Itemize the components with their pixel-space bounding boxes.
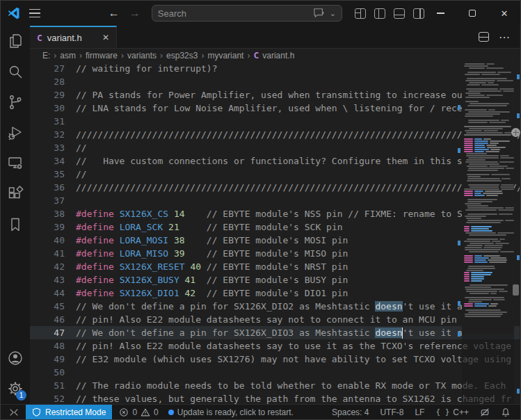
window-resize-handle[interactable]	[511, 128, 520, 137]
line-number[interactable]: 51	[30, 379, 65, 392]
code-line[interactable]: 35//	[30, 168, 520, 181]
line-number[interactable]: 29	[30, 88, 65, 102]
code-line[interactable]: 27// waiting for interrupt)?	[30, 62, 520, 75]
line-number[interactable]: 30	[30, 102, 65, 115]
line-number[interactable]: 33	[30, 141, 65, 154]
code-line[interactable]: 39#define LORA_SCK 21 // EBYTE module's …	[30, 220, 520, 234]
code-line[interactable]: 49// E32 module (which uses SX1276) may …	[30, 353, 520, 366]
code-line[interactable]: 29// PA stands for Power Amplifier, used…	[30, 88, 520, 102]
toggle-secondary-sidebar-icon[interactable]	[413, 8, 424, 19]
close-button[interactable]: ✕	[488, 1, 520, 26]
code-line[interactable]: 45// We don't define a pin for SX126X_DI…	[30, 300, 520, 313]
explorer-icon[interactable]	[1, 26, 30, 56]
minimap[interactable]	[462, 62, 514, 334]
code-line[interactable]: 46// pin! Also E22 module datasheets say…	[30, 313, 520, 326]
code-line[interactable]: 37	[30, 194, 520, 207]
run-debug-icon[interactable]	[1, 118, 30, 148]
remote-explorer-icon[interactable]	[1, 148, 30, 179]
code-line-current[interactable]: 47// We don't define a pin for SX126X_DI…	[30, 326, 520, 339]
eol-status[interactable]: LF	[412, 405, 427, 420]
breadcrumb-item[interactable]: asm	[60, 51, 76, 60]
breadcrumb-item[interactable]: E:	[42, 51, 50, 60]
code-line[interactable]: 44#define SX126X_DIO1 42 // EBYTE module…	[30, 286, 520, 300]
code-line[interactable]: 34// Have custom connections or function…	[30, 154, 520, 168]
copilot-disabled-icon[interactable]	[477, 405, 492, 420]
line-number[interactable]: 32	[30, 128, 65, 141]
extensions-icon[interactable]	[1, 179, 30, 209]
code-line[interactable]: 51// The radio module needs to be told w…	[30, 379, 520, 392]
code-line[interactable]: 43#define SX126X_BUSY 41 // EBYTE module…	[30, 273, 520, 286]
line-number[interactable]: 45	[30, 300, 65, 313]
line-number[interactable]: 48	[30, 339, 65, 353]
line-number[interactable]: 49	[30, 353, 65, 366]
more-actions-icon[interactable]: ⋯	[499, 31, 510, 44]
update-notification[interactable]: Update is ready, click to restart.	[166, 405, 296, 420]
toggle-panel-icon[interactable]	[394, 8, 405, 19]
code-line[interactable]: 52// these values, but generally the pat…	[30, 392, 520, 404]
maximize-button[interactable]	[456, 1, 488, 26]
indentation-status[interactable]: Spaces: 4	[329, 405, 371, 420]
code-line[interactable]: 40#define LORA_MOSI 38 // EBYTE module's…	[30, 234, 520, 247]
line-number[interactable]: 44	[30, 286, 65, 300]
line-number[interactable]: 47	[30, 326, 65, 339]
tab-close-icon[interactable]: ✕	[102, 33, 109, 42]
back-arrow-icon[interactable]: ←	[109, 7, 120, 19]
account-icon[interactable]	[1, 343, 30, 373]
line-number[interactable]: 31	[30, 115, 65, 128]
breadcrumb-item[interactable]: myvariant	[207, 51, 243, 60]
line-number[interactable]: 38	[30, 207, 65, 220]
menu-hamburger-icon[interactable]	[29, 9, 40, 17]
line-number[interactable]: 50	[30, 366, 65, 379]
minimize-button[interactable]	[424, 1, 456, 26]
bookmarks-icon[interactable]	[1, 209, 30, 240]
code-line[interactable]: 33//	[30, 141, 520, 154]
command-center-search[interactable]: Search ⌄	[152, 5, 342, 22]
customize-layout-icon[interactable]	[355, 8, 366, 19]
notifications-bell-icon[interactable]	[498, 405, 513, 420]
code-line[interactable]: 32//////////////////////////////////////…	[30, 128, 520, 141]
breadcrumb-item[interactable]: esp32s3	[166, 51, 198, 60]
line-number[interactable]: 46	[30, 313, 65, 326]
line-number[interactable]: 40	[30, 234, 65, 247]
line-number[interactable]: 35	[30, 168, 65, 181]
split-editor-icon[interactable]	[479, 32, 489, 42]
remote-indicator-icon[interactable]	[6, 405, 22, 420]
code-line[interactable]: 31	[30, 115, 520, 128]
code-line[interactable]: 30// LNA stands for Low Noise Amplifier,…	[30, 102, 520, 115]
code-editor[interactable]: 27// waiting for interrupt)?2829// PA st…	[30, 62, 520, 404]
breadcrumb-item[interactable]: variants	[127, 51, 157, 60]
restricted-mode-badge[interactable]: Restricted Mode	[26, 405, 112, 420]
scrollbar-thumb[interactable]	[513, 284, 519, 296]
line-number[interactable]: 43	[30, 273, 65, 286]
chat-icon[interactable]	[313, 8, 326, 19]
line-number[interactable]: 39	[30, 220, 65, 234]
toggle-primary-sidebar-icon[interactable]	[374, 8, 385, 19]
line-number[interactable]: 41	[30, 247, 65, 260]
breadcrumb-item[interactable]: firmware	[86, 51, 118, 60]
source-control-icon[interactable]	[1, 87, 30, 118]
line-number[interactable]: 37	[30, 194, 65, 207]
breadcrumb-item[interactable]: variant.h	[262, 51, 294, 60]
line-number[interactable]: 42	[30, 260, 65, 273]
minimap-line	[462, 213, 514, 215]
line-number[interactable]: 27	[30, 62, 65, 75]
problems-indicator[interactable]: 0 0	[116, 405, 161, 420]
code-line[interactable]: 38#define SX126X_CS 14 // EBYTE module's…	[30, 207, 520, 220]
code-line[interactable]: 42#define SX126X_RESET 40 // EBYTE modul…	[30, 260, 520, 273]
language-status[interactable]: { } C++	[433, 405, 472, 420]
line-number[interactable]: 36	[30, 181, 65, 194]
code-line[interactable]: 36//////////////////////////////////////…	[30, 181, 520, 194]
chevron-down-icon[interactable]: ⌄	[330, 9, 336, 18]
forward-arrow-icon[interactable]: →	[129, 7, 141, 19]
code-line[interactable]: 28	[30, 75, 520, 88]
line-number[interactable]: 34	[30, 154, 65, 168]
code-line[interactable]: 48// pin! Also E22 module datasheets say…	[30, 339, 520, 353]
encoding-status[interactable]: UTF-8	[377, 405, 406, 420]
tab-variant-h[interactable]: C variant.h ✕	[30, 26, 117, 48]
line-number[interactable]: 28	[30, 75, 65, 88]
search-icon[interactable]	[1, 56, 30, 87]
line-number[interactable]: 52	[30, 392, 65, 404]
code-line[interactable]: 50	[30, 366, 520, 379]
code-line[interactable]: 41#define LORA_MISO 39 // EBYTE module's…	[30, 247, 520, 260]
settings-gear-icon[interactable]: 1	[1, 373, 30, 404]
